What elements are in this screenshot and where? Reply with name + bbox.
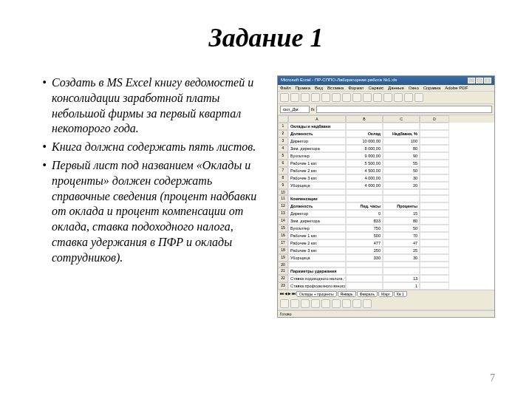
close-icon[interactable]: × [484,78,491,83]
save-icon[interactable] [301,93,310,102]
tab-nav-prev-icon[interactable]: ◀ [284,291,287,297]
cell[interactable]: 833 [346,217,383,225]
open-icon[interactable] [290,93,299,102]
menu-item[interactable]: Формат [348,86,364,90]
fill-icon[interactable] [352,299,361,308]
cell[interactable]: 30 [383,254,420,262]
maximize-icon[interactable]: □ [476,78,483,83]
cell[interactable]: 20 [383,182,420,189]
menu-item[interactable]: Вид [315,86,323,90]
col-header[interactable]: B [346,115,383,123]
cell[interactable]: Надбавка, % [383,130,420,137]
cell[interactable]: 50 [383,225,420,232]
cell[interactable]: Компенсации [288,195,346,202]
cell[interactable]: Уборщица [288,254,346,262]
cell[interactable]: 100 [383,137,420,145]
cell[interactable]: 4 500,00 [346,167,383,174]
cell[interactable]: 13 [383,275,420,282]
zoom-icon[interactable] [404,93,413,102]
cell[interactable]: Оклад [346,130,383,137]
cell[interactable]: 500 [346,232,383,239]
col-header[interactable]: A [288,115,346,123]
tab-nav-next-icon[interactable]: ▶ [288,291,291,297]
help-icon[interactable] [415,93,423,102]
textbox-icon[interactable] [342,299,351,308]
cell[interactable]: 30 [383,174,420,182]
cell[interactable]: Оклады и надбавки [288,123,346,130]
oval-icon[interactable] [332,299,341,308]
menu-item[interactable]: Вставка [327,86,344,90]
cell[interactable]: 15 [383,210,420,217]
sheet-tab[interactable]: Март [378,291,393,297]
arrow-icon[interactable] [311,299,320,308]
col-header[interactable]: C [383,115,420,123]
menu-item[interactable]: Окно [409,86,419,90]
cell[interactable]: 90 [383,152,420,160]
cell[interactable]: 9 000,00 [346,152,383,160]
cell[interactable]: Рабочие 2 кат. [288,167,346,174]
menu-item[interactable]: Adobe PDF [445,86,468,90]
draw-icon[interactable] [280,299,289,308]
cell[interactable]: 80 [383,217,420,225]
cell[interactable]: 4 000,00 [346,182,383,189]
spreadsheet-grid[interactable]: A B C D 1Оклады и надбавки 2ДолжностьОкл… [278,115,494,290]
cell[interactable]: Проценты [383,202,420,210]
select-all-corner[interactable] [278,115,288,123]
sum-icon[interactable] [373,93,382,102]
cell[interactable]: 25 [383,247,420,254]
formula-input[interactable] [316,106,492,113]
cell[interactable]: 70 [383,232,420,239]
name-box[interactable]: скл_Дм [280,106,310,113]
line-icon[interactable] [301,299,310,308]
rectangle-icon[interactable] [321,299,330,308]
cell[interactable]: 10 000,00 [346,137,383,145]
menu-item[interactable]: Файл [280,86,291,90]
cut-icon[interactable] [321,93,330,102]
cell[interactable]: 55 [383,160,420,167]
tab-nav-last-icon[interactable]: ⏭ [292,291,296,297]
menu-item[interactable]: Правка [296,86,310,90]
redo-icon[interactable] [363,93,372,102]
cell[interactable]: Зам. директора [288,145,346,152]
sheet-tab[interactable]: Кв 1 [394,291,407,297]
cell[interactable]: Уборщица [288,182,346,189]
cell[interactable]: Директор [288,210,346,217]
cell[interactable]: Ставка подоходного налога, % [288,275,346,282]
cell[interactable]: Должность [288,202,346,210]
cell[interactable]: Рабочие 1 кат. [288,160,346,167]
sort-icon[interactable] [383,93,392,102]
fx-icon[interactable]: fx [311,107,315,112]
menu-item[interactable]: Сервис [369,86,384,90]
undo-icon[interactable] [352,93,361,102]
cell[interactable]: 1 [383,282,420,290]
autoshapes-icon[interactable] [290,299,299,308]
cell[interactable]: 750 [346,225,383,232]
cell[interactable]: 477 [346,239,383,247]
sheet-tab[interactable]: Оклады + проценты [296,291,337,297]
cell[interactable]: 5 500,00 [346,160,383,167]
cell[interactable]: Бухгалтер [288,152,346,160]
cell[interactable]: Параметры удержания [288,267,346,275]
menu-item[interactable]: Данные [388,86,404,90]
cell[interactable]: Пед. часы [346,202,383,210]
cell[interactable]: Рабочие 3 кат. [288,174,346,182]
cell[interactable]: Рабочие 2 кат. [288,239,346,247]
cell[interactable]: 250 [346,247,383,254]
cell[interactable]: 8 000,00 [346,145,383,152]
cell[interactable]: 80 [383,145,420,152]
paste-icon[interactable] [342,93,351,102]
cell[interactable]: 4 000,00 [346,174,383,182]
print-icon[interactable] [311,93,320,102]
minimize-icon[interactable]: _ [468,78,475,83]
tab-nav-first-icon[interactable]: ⏮ [280,291,284,297]
cell[interactable]: 47 [383,239,420,247]
cell[interactable]: Рабочие 1 кат. [288,232,346,239]
chart-icon[interactable] [394,93,403,102]
cell[interactable]: 50 [383,167,420,174]
copy-icon[interactable] [332,93,341,102]
cell[interactable]: Зам. директора [288,217,346,225]
cell[interactable]: Директор [288,137,346,145]
sheet-tab[interactable]: Февраль [357,291,378,297]
cell[interactable]: Бухгалтер [288,225,346,232]
cell[interactable]: Ставка профсоюзного взноса, % [288,282,346,290]
